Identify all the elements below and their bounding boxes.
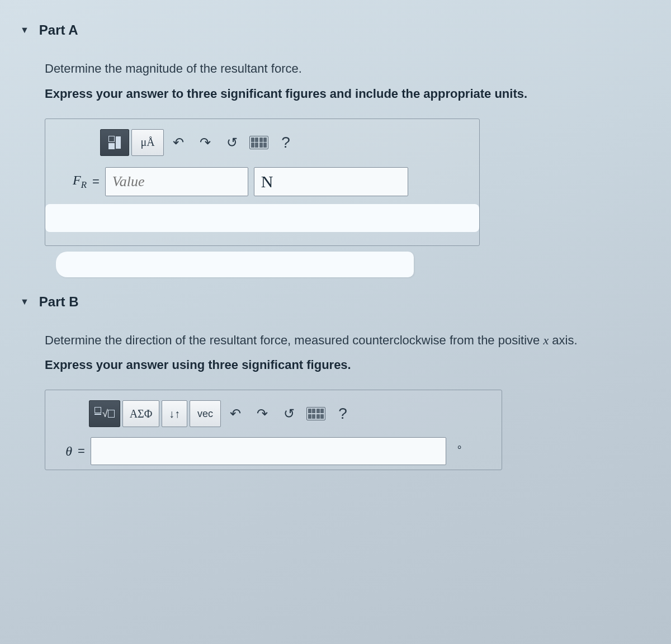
equals-sign: = [92, 174, 100, 189]
part-a-instruction-bold: Express your answer to three significant… [45, 86, 654, 103]
vector-button[interactable]: vec [190, 400, 221, 427]
collapse-arrow-icon: ▼ [20, 297, 29, 307]
sqrt-icon: √ [94, 407, 115, 420]
reset-button[interactable]: ↺ [220, 130, 244, 155]
part-a-instruction: Determine the magnitude of the resultant… [45, 60, 654, 78]
part-a-header[interactable]: ▼ Part A [20, 22, 654, 38]
keyboard-icon [249, 136, 268, 149]
x-axis-var: x [543, 333, 549, 347]
value-input[interactable] [105, 167, 248, 196]
keyboard-icon [306, 407, 325, 420]
templates-button[interactable] [100, 129, 129, 156]
redacted-area [45, 204, 479, 232]
part-b-answer-box: √ ΑΣΦ ↓↑ vec ↶ ↷ ↺ ? θ = [45, 390, 502, 470]
part-a-title: Part A [39, 22, 78, 38]
equals-sign: = [78, 444, 85, 458]
reset-button[interactable]: ↺ [277, 401, 301, 427]
redo-button[interactable]: ↷ [250, 401, 275, 427]
redacted-area-2 [56, 252, 414, 277]
degree-symbol: ∘ [456, 441, 462, 453]
keyboard-button[interactable] [304, 401, 328, 427]
part-b-toolbar: √ ΑΣΦ ↓↑ vec ↶ ↷ ↺ ? [89, 400, 492, 427]
part-a-answer-box: μÅ ↶ ↷ ↺ ? FR = [45, 119, 480, 246]
part-a-toolbar: μÅ ↶ ↷ ↺ ? [100, 129, 469, 156]
angle-input[interactable] [91, 437, 446, 465]
units-input[interactable] [254, 167, 408, 196]
part-b-instruction-bold: Express your answer using three signific… [45, 357, 654, 374]
collapse-arrow-icon: ▼ [20, 25, 29, 35]
part-b-body: Determine the direction of the resultant… [45, 332, 654, 471]
greek-symbols-button[interactable]: ΑΣΦ [122, 400, 159, 427]
part-b-header[interactable]: ▼ Part B [20, 294, 654, 310]
variable-label-fr: FR [55, 173, 87, 191]
math-templates-button[interactable]: √ [89, 400, 120, 427]
undo-button[interactable]: ↶ [166, 130, 191, 155]
keyboard-button[interactable] [247, 130, 271, 155]
help-button[interactable]: ? [330, 401, 355, 427]
units-button[interactable]: μÅ [131, 129, 164, 156]
templates-icon [108, 136, 121, 149]
part-a-input-row: FR = [55, 167, 469, 196]
part-b-title: Part B [39, 294, 79, 310]
part-b-instruction: Determine the direction of the resultant… [45, 332, 654, 349]
part-a-body: Determine the magnitude of the resultant… [45, 60, 654, 277]
instruction-pre: Determine the direction of the resultant… [45, 333, 543, 347]
variable-label-theta: θ [55, 444, 72, 459]
subscript-superscript-button[interactable]: ↓↑ [162, 400, 187, 427]
part-b-input-row: θ = ∘ [55, 437, 492, 465]
help-button[interactable]: ? [273, 130, 298, 155]
redo-button[interactable]: ↷ [193, 130, 218, 155]
instruction-post: axis. [549, 333, 577, 347]
undo-button[interactable]: ↶ [223, 401, 248, 427]
